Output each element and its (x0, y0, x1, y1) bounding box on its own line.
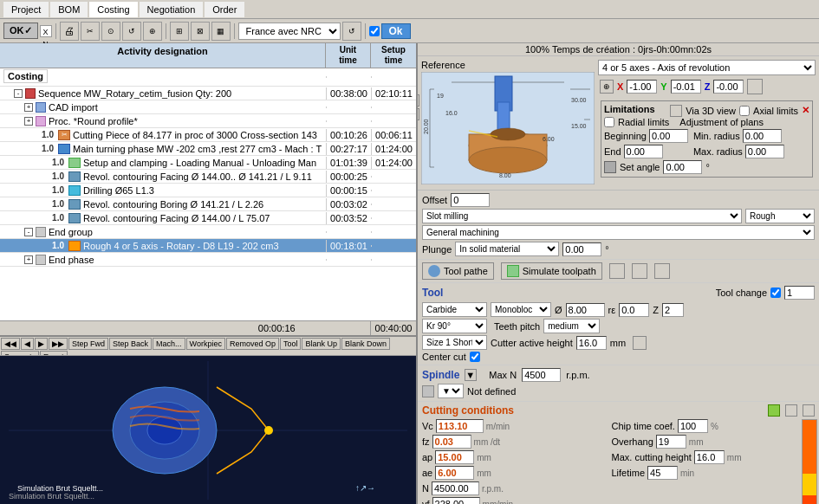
remove-axial-btn[interactable]: ✕ (802, 105, 809, 116)
sim-tool-btn[interactable]: Tool (280, 338, 302, 350)
carbide-select[interactable]: Carbide (422, 302, 487, 317)
chip-input[interactable] (678, 419, 708, 433)
z-input[interactable] (713, 80, 744, 94)
arrow-btn[interactable]: ⊕ (143, 22, 162, 41)
spindle-select[interactable]: ▼ (438, 384, 464, 398)
axial-limits-cb[interactable] (739, 106, 750, 116)
tb2[interactable]: ⊠ (191, 22, 210, 41)
tree-row[interactable]: - Sequence MW_Rotary_cetim_fusion Qty: 2… (0, 87, 416, 100)
max-cutting-input[interactable] (694, 450, 725, 464)
vf-input[interactable] (432, 497, 480, 504)
center-cut-cb[interactable] (470, 352, 480, 362)
tree-row[interactable]: 1.0 Drilling Ø65 L1.3 00:00:15 (0, 184, 416, 197)
menu-order[interactable]: Order (205, 2, 244, 17)
menu-negotiation[interactable]: Negotiation (140, 2, 204, 17)
expand-icon[interactable]: + (24, 117, 33, 126)
cutting-icon3[interactable] (803, 404, 815, 417)
rough-select[interactable]: Rough (745, 209, 815, 223)
menu-costing[interactable]: Costing (89, 2, 137, 17)
slot-milling-select[interactable]: Slot milling (422, 209, 742, 223)
max-radius-input[interactable] (745, 145, 784, 158)
tree-row[interactable]: 1.0 ✂ Cutting Piece of 84.177 in proc of… (0, 128, 416, 142)
tree-row[interactable]: 1.0 Main turning phase MW -202 cm3 ,rest… (0, 142, 416, 156)
set-angle-input[interactable] (663, 160, 702, 174)
tree-row[interactable]: 1.0 Setup and clamping - Loading Manual … (0, 156, 416, 170)
ap-input[interactable] (435, 450, 474, 464)
sim-blankdown-btn[interactable]: Blank Down (341, 338, 390, 350)
teeth-pitch-select[interactable]: medium (543, 319, 600, 333)
monobloc-select[interactable]: Monobloc (491, 302, 551, 317)
tree-row[interactable]: Costing (0, 68, 416, 87)
refresh-btn[interactable]: ↺ (122, 22, 141, 41)
sim-back-btn[interactable]: ◀ (21, 338, 34, 350)
refresh2-btn[interactable]: ↺ (342, 22, 361, 41)
tb1[interactable]: ⊞ (170, 22, 189, 41)
extra-icon2[interactable] (632, 263, 647, 279)
re-input[interactable] (619, 303, 649, 317)
fz-input[interactable] (432, 435, 471, 449)
radial-limits-cb[interactable] (604, 117, 614, 127)
sim-play-btn[interactable]: ▶ (35, 338, 48, 350)
expand-icon[interactable]: - (24, 228, 33, 236)
sim-stepfwd-btn[interactable]: Step Fwd (68, 338, 108, 350)
open-btn[interactable]: ✂ (81, 22, 100, 41)
sim-removed-btn[interactable]: Removed Op (226, 338, 279, 350)
sim-fwd-btn[interactable]: ▶▶ (49, 338, 68, 350)
beginning-input[interactable] (649, 129, 688, 143)
tree-row[interactable]: + End phase (0, 253, 416, 267)
tb3[interactable]: ▦ (211, 22, 231, 41)
nav-up-btn[interactable]: ▲ (416, 94, 419, 107)
dia-input[interactable] (566, 303, 605, 317)
region-select[interactable]: France avec NRC (238, 23, 341, 40)
expand-icon[interactable]: + (24, 103, 33, 112)
ok-button[interactable]: OK✓ (3, 23, 38, 39)
menu-project[interactable]: Project (3, 2, 49, 17)
tool-extra-icon[interactable] (633, 336, 647, 350)
tool-change-cb[interactable] (770, 288, 781, 298)
sim-blankup-btn[interactable]: Blank Up (302, 338, 341, 350)
sim-rewind-btn[interactable]: ◀◀ (1, 338, 20, 350)
overhang-input[interactable] (656, 435, 686, 449)
ok-checkbox[interactable] (369, 26, 380, 36)
cutter-active-input[interactable] (576, 336, 607, 350)
z-input2[interactable] (662, 303, 684, 317)
menu-bom[interactable]: BOM (50, 2, 88, 17)
toolpathe-btn[interactable]: Tool pathe (422, 262, 494, 280)
general-machining-select[interactable]: General machining (422, 225, 815, 240)
extra-icon1[interactable] (609, 263, 625, 279)
tree-row[interactable]: + Proc. *Round profile* (0, 114, 416, 128)
sim-stepback-btn[interactable]: Step Back (109, 338, 152, 350)
tree-row[interactable]: - End group (0, 225, 416, 239)
save-btn[interactable]: ⊙ (101, 22, 120, 41)
axis-select[interactable]: 4 or 5 axes - Axis of revolution (598, 60, 816, 75)
expand-icon[interactable]: - (14, 89, 23, 98)
simulate-btn[interactable]: Simulate toolpath (501, 262, 602, 280)
extra-icon3[interactable] (654, 263, 670, 279)
size-select[interactable]: Size 1 Short (422, 335, 487, 350)
sim-workpiece-btn[interactable]: Workpiec (186, 338, 225, 350)
kr-select[interactable]: Kr 90° (422, 319, 487, 333)
ae-input[interactable] (435, 466, 474, 480)
spindle-dropdown-icon[interactable]: ▼ (465, 369, 477, 381)
tree-row[interactable]: 1.0 Revol. contouring Facing Ø 144.00 / … (0, 211, 416, 225)
tree-row-selected[interactable]: 1.0 Rough 4 or 5 axis - Rotary - D8 L19 … (0, 239, 416, 253)
nav-down-btn[interactable]: ▼ (416, 108, 419, 120)
cutting-icon2[interactable] (785, 404, 797, 417)
max-n-input[interactable] (522, 368, 561, 382)
x-input[interactable] (627, 80, 657, 94)
tree-row[interactable]: 1.0 Revol. contouring Facing Ø 144.00.. … (0, 170, 416, 184)
y-input[interactable] (671, 80, 701, 94)
plunge-input[interactable] (562, 242, 601, 256)
n-input[interactable] (432, 481, 479, 495)
offset-input[interactable] (451, 193, 490, 207)
vc-input[interactable] (436, 419, 484, 433)
plunge-select[interactable]: In solid material (455, 242, 559, 256)
expand-icon[interactable]: + (24, 255, 33, 264)
end-input[interactable] (624, 145, 663, 158)
sim-mach-btn[interactable]: Mach... (153, 338, 185, 350)
tree-row[interactable]: 1.0 Revol. contouring Boring Ø 141.21 / … (0, 197, 416, 211)
new-btn[interactable]: 🖨 (60, 22, 79, 41)
lifetime-input[interactable] (647, 466, 678, 480)
tool-change-input[interactable] (784, 286, 815, 300)
tree-row[interactable]: + CAD import (0, 100, 416, 114)
